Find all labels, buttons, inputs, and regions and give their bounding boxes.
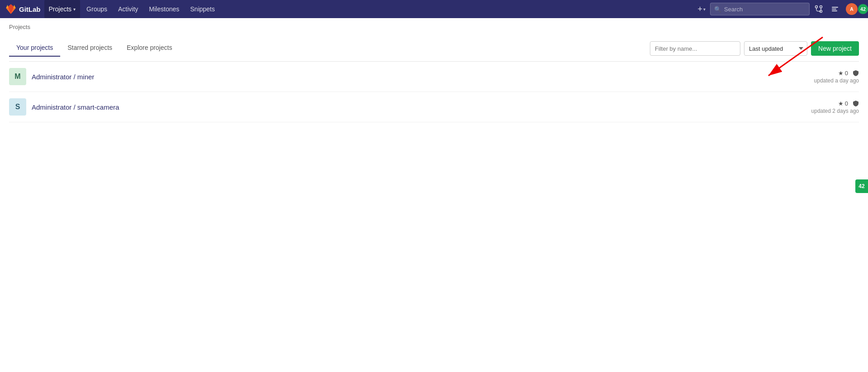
create-chevron-icon: ▾: [703, 7, 706, 12]
project-updated-miner: updated a day ago: [814, 77, 859, 84]
breadcrumb-label: Projects: [9, 24, 30, 30]
shield-miner: [853, 70, 859, 76]
project-list: M Administrator / miner ★ 0 updated a da…: [9, 62, 859, 122]
project-meta-smart-camera: ★ 0 updated 2 days ago: [811, 100, 859, 114]
breadcrumb: Projects: [0, 18, 868, 34]
tab-starred-projects[interactable]: Starred projects: [60, 39, 119, 57]
user-avatar: A: [846, 3, 858, 15]
shield-smart-camera: [853, 100, 859, 106]
avatar: M: [9, 68, 26, 85]
main-content: Your projects Starred projects Explore p…: [0, 34, 868, 122]
new-project-button[interactable]: New project: [811, 41, 859, 56]
search-input[interactable]: [724, 6, 806, 13]
nav-projects[interactable]: Projects ▾: [44, 0, 81, 18]
svg-point-2: [820, 6, 822, 8]
star-icon: ★: [838, 100, 844, 107]
navbar: GitLab Projects ▾ Groups Activity Milest…: [0, 0, 868, 18]
table-row: S Administrator / smart-camera ★ 0 updat…: [9, 92, 859, 122]
nav-snippets[interactable]: Snippets: [186, 0, 219, 18]
svg-rect-5: [832, 7, 838, 8]
search-box[interactable]: 🔍: [710, 3, 810, 15]
projects-tabs: Your projects Starred projects Explore p…: [9, 34, 859, 62]
project-meta-miner: ★ 0 updated a day ago: [814, 70, 859, 84]
projects-chevron-icon: ▾: [73, 7, 76, 12]
navbar-right: + ▾ 🔍 A ▾: [695, 2, 863, 16]
todos-button[interactable]: [828, 2, 842, 16]
nav-projects-label: Projects: [49, 5, 72, 13]
tab-your-projects-label: Your projects: [16, 44, 53, 51]
nav-activity[interactable]: Activity: [114, 0, 143, 18]
create-new-button[interactable]: + ▾: [695, 2, 708, 16]
svg-rect-6: [832, 9, 836, 10]
project-updated-smart-camera: updated 2 days ago: [811, 108, 859, 114]
nav-milestones[interactable]: Milestones: [144, 0, 184, 18]
todos-icon: [831, 5, 839, 13]
svg-point-0: [816, 6, 818, 8]
star-count-value: 0: [845, 100, 848, 107]
merge-requests-icon: [815, 5, 823, 13]
tab-your-projects[interactable]: Your projects: [9, 39, 60, 57]
table-row: M Administrator / miner ★ 0 updated a da…: [9, 62, 859, 92]
star-count-value: 0: [845, 70, 848, 77]
sort-select[interactable]: Last updated Name Created: [744, 41, 807, 56]
star-icon: ★: [838, 70, 844, 77]
nav-groups[interactable]: Groups: [82, 0, 112, 18]
project-name-miner[interactable]: Administrator / miner: [32, 73, 94, 81]
search-icon: 🔍: [714, 6, 721, 13]
nav-groups-label: Groups: [86, 5, 107, 13]
nav-snippets-label: Snippets: [190, 5, 215, 13]
project-name-smart-camera[interactable]: Administrator / smart-camera: [32, 103, 119, 111]
notification-badge[interactable]: 42: [858, 4, 868, 14]
project-stats-smart-camera: ★ 0: [838, 100, 859, 107]
shield-icon: [853, 100, 859, 106]
tab-explore-projects-label: Explore projects: [127, 44, 172, 51]
filter-input[interactable]: [650, 41, 740, 56]
plus-icon: +: [697, 5, 702, 14]
gitlab-logo-icon: [5, 4, 16, 14]
svg-rect-7: [832, 10, 837, 11]
gitlab-brand[interactable]: GitLab: [5, 4, 41, 14]
star-count-miner: ★ 0: [838, 70, 848, 77]
star-count-smart-camera: ★ 0: [838, 100, 848, 107]
tab-starred-projects-label: Starred projects: [67, 44, 112, 51]
project-stats-miner: ★ 0: [838, 70, 859, 77]
nav-milestones-label: Milestones: [149, 5, 179, 13]
gitlab-brand-label: GitLab: [19, 5, 41, 13]
avatar: S: [9, 98, 26, 116]
merge-requests-button[interactable]: [811, 2, 826, 16]
shield-icon: [853, 70, 859, 76]
tab-explore-projects[interactable]: Explore projects: [119, 39, 179, 57]
projects-controls: Last updated Name Created New project: [650, 34, 859, 61]
nav-activity-label: Activity: [118, 5, 138, 13]
